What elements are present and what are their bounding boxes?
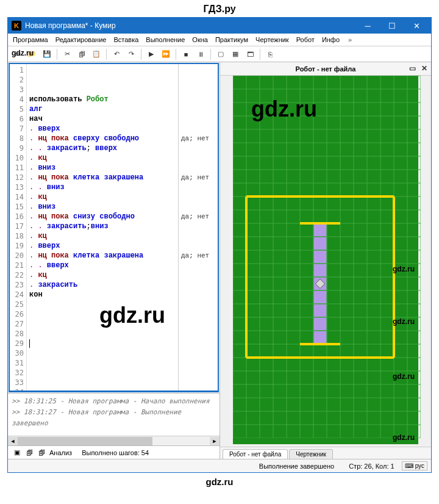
maximize-button[interactable]: ☐	[380, 18, 404, 34]
code-line-4[interactable]: . вверх	[29, 124, 215, 134]
code-line-19[interactable]: . кц	[29, 270, 215, 280]
robot-tab-1[interactable]: Чертежник	[289, 449, 333, 459]
menu-выполнение[interactable]: Выполнение	[146, 36, 185, 43]
analysis-label[interactable]: Анализ	[49, 449, 72, 456]
line-gutter: 1234567891011121314151617181920212223242…	[10, 64, 27, 391]
save-icon[interactable]: 💾	[41, 48, 53, 60]
grid-icon[interactable]: ▦	[229, 48, 241, 60]
minimize-button[interactable]: ─	[355, 18, 380, 34]
copy3-icon[interactable]: 🗐	[37, 448, 46, 457]
box-icon[interactable]: ▢	[215, 48, 227, 60]
editor-statusbar: ▣ 🗐 🗐 Анализ Выполнено шагов: 54	[8, 445, 220, 459]
undo-icon[interactable]: ↶	[110, 48, 123, 60]
code-line-8[interactable]: . вниз	[29, 163, 215, 173]
scroll-left-button[interactable]: ◄	[8, 437, 18, 445]
lang-indicator[interactable]: ⌨ рус	[402, 461, 427, 470]
code-line-6[interactable]: . . закрасить; вверх	[29, 143, 215, 153]
run-step-icon[interactable]: ⏩	[160, 48, 172, 60]
cut-icon[interactable]: ✂	[61, 48, 73, 60]
menu-bar: ПрограммаРедактированиеВставкаВыполнение…	[8, 34, 431, 46]
code-line-3[interactable]: нач	[29, 114, 215, 124]
menu-редактирование[interactable]: Редактирование	[55, 36, 107, 43]
run-icon[interactable]: ▶	[145, 48, 157, 60]
svg-rect-0	[313, 223, 327, 237]
code-line-7[interactable]: . кц	[29, 153, 215, 163]
redo-icon[interactable]: ↷	[125, 48, 137, 60]
code-line-16[interactable]: . вверх	[29, 241, 215, 251]
code-line-24[interactable]	[29, 319, 215, 329]
code-line-11[interactable]: . кц	[29, 192, 215, 202]
keyboard-icon: ⌨	[405, 463, 413, 469]
scroll-track[interactable]	[18, 437, 210, 445]
toolbar: ▭📂💾✂🗐📋↶↷▶⏩■⏸▢▦🗔⎘	[8, 46, 431, 62]
menu-программа[interactable]: Программа	[13, 36, 48, 43]
menu-more[interactable]: »	[348, 36, 352, 43]
app-window: K Новая программа* - Кумир ─ ☐ ✕ Програм…	[7, 17, 432, 473]
robot-canvas-wrap: gdz.ru gdz.ru gdz.ru gdz.ru gdz.ru	[220, 76, 431, 447]
code-line-31[interactable]	[29, 387, 215, 392]
title-bar: K Новая программа* - Кумир ─ ☐ ✕	[8, 18, 431, 34]
scroll-thumb[interactable]	[18, 437, 152, 445]
work-area: 1234567891011121314151617181920212223242…	[8, 62, 431, 459]
code-line-5[interactable]: . нц пока сверху свободнода; нет	[29, 134, 215, 143]
code-line-15[interactable]: . кц	[29, 231, 215, 241]
code-line-21[interactable]: кон	[29, 290, 215, 300]
code-line-9[interactable]: . нц пока клетка закрашенада; нет	[29, 173, 215, 182]
copy-icon[interactable]: 🗐	[76, 48, 88, 60]
steps-label: Выполнено шагов: 54	[77, 449, 220, 456]
code-line-30[interactable]	[29, 378, 215, 387]
analyze-icon[interactable]: ▣	[13, 448, 21, 457]
code-line-10[interactable]: . . вниз	[29, 182, 215, 192]
code-line-20[interactable]: . закрасить	[29, 280, 215, 290]
menu-окна[interactable]: Окна	[192, 36, 208, 43]
code-line-18[interactable]: . . вверх	[29, 261, 215, 270]
code-line-12[interactable]: . вниз	[29, 202, 215, 212]
window-icon[interactable]: 🗔	[244, 48, 256, 60]
copy2-icon[interactable]: 🗐	[25, 448, 34, 457]
paste-icon[interactable]: 📋	[90, 48, 102, 60]
menu-вставка[interactable]: Вставка	[113, 36, 138, 43]
editor-hscrollbar[interactable]: ◄ ►	[8, 436, 220, 445]
robot-pane-title: Робот - нет файла ▭ ✕	[220, 62, 431, 76]
code-line-29[interactable]	[29, 368, 215, 378]
code-line-28[interactable]	[29, 358, 215, 368]
menu-чертежник[interactable]: Чертежник	[255, 36, 289, 43]
toolbar-separator	[260, 49, 260, 60]
menu-робот[interactable]: Робот	[296, 36, 315, 43]
code-line-1[interactable]: использовать Робот	[29, 95, 215, 104]
close-button[interactable]: ✕	[404, 18, 429, 34]
toolbar-separator	[210, 49, 211, 60]
code-line-2[interactable]: алг	[29, 104, 215, 114]
robot-tabs: Робот - нет файлаЧертежник	[220, 447, 431, 459]
robot-tab-0[interactable]: Робот - нет файла	[223, 449, 288, 459]
robot-title-text: Робот - нет файла	[296, 65, 356, 73]
code-line-25[interactable]	[29, 329, 215, 339]
open-icon[interactable]: 📂	[26, 48, 38, 60]
menu-практикум[interactable]: Практикум	[215, 36, 248, 43]
robot-popout-button[interactable]: ▭	[408, 64, 416, 73]
new-file-icon[interactable]: ▭	[12, 48, 24, 60]
code-line-27[interactable]	[29, 348, 215, 358]
vbar-icon[interactable]: ⎘	[264, 48, 276, 60]
robot-pane: Робот - нет файла ▭ ✕ gdz.ru gdz.ru gdz.…	[220, 62, 431, 459]
code-line-14[interactable]: . . закрасить;вниз	[29, 221, 215, 231]
cursor-pos-label: Стр: 26, Кол: 1	[341, 463, 402, 470]
stop-icon[interactable]: ■	[180, 48, 192, 60]
code-editor[interactable]: использовать Роботалгнач. вверх. нц пока…	[27, 64, 218, 391]
menu-инфо[interactable]: Инфо	[322, 36, 340, 43]
toolbar-separator	[176, 49, 176, 60]
page-footer: gdz.ru	[0, 473, 439, 491]
code-line-13[interactable]: . нц пока снизу свободнода; нет	[29, 212, 215, 221]
code-line-22[interactable]	[29, 300, 215, 309]
code-line-23[interactable]	[29, 309, 215, 319]
lang-label: рус	[415, 463, 424, 469]
svg-rect-3	[313, 264, 327, 277]
window-title: Новая программа* - Кумир	[25, 21, 355, 30]
robot-canvas[interactable]: gdz.ru gdz.ru gdz.ru gdz.ru gdz.ru	[233, 76, 418, 444]
scroll-right-button[interactable]: ►	[210, 437, 220, 445]
code-line-17[interactable]: . нц пока клетка закрашенада; нет	[29, 251, 215, 261]
code-line-26[interactable]	[29, 339, 215, 348]
robot-close-button[interactable]: ✕	[420, 64, 429, 73]
pause-icon[interactable]: ⏸	[195, 48, 207, 60]
output-console[interactable]: >> 18:31:25 - Новая программа - Начало в…	[8, 393, 220, 436]
